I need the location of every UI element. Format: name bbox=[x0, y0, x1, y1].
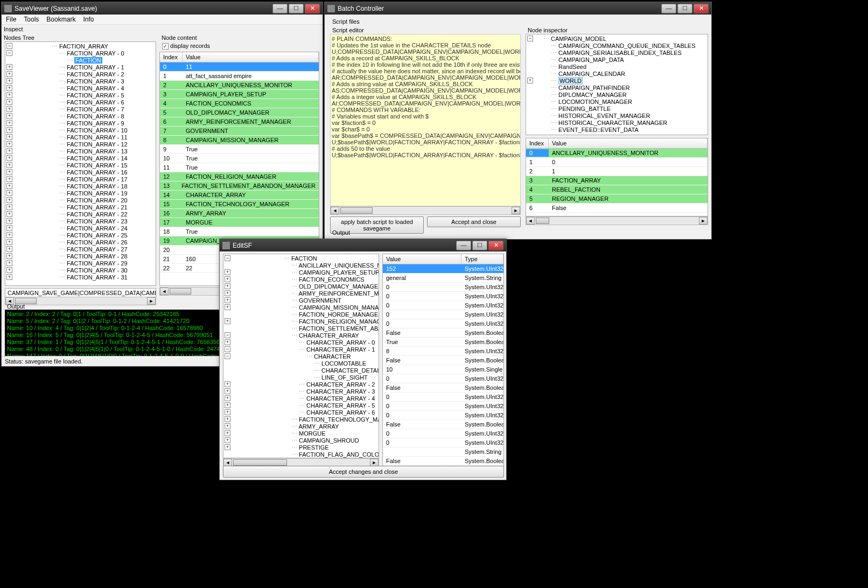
table-row[interactable]: 6False bbox=[526, 204, 708, 213]
script-editor[interactable]: # PLAIN COMMANDS:# Updates the 1st value… bbox=[330, 34, 521, 206]
scroll-thumb[interactable] bbox=[536, 218, 549, 224]
expander-icon[interactable]: + bbox=[6, 225, 12, 231]
checkbox-icon[interactable]: ✓ bbox=[162, 43, 169, 50]
scroll-right-icon[interactable]: ► bbox=[370, 459, 379, 466]
tree-item[interactable]: +⋯ ARMY_ARRAY bbox=[225, 423, 377, 430]
close-button[interactable]: ✕ bbox=[305, 4, 320, 13]
expander-icon[interactable]: + bbox=[6, 232, 12, 238]
expander-icon[interactable]: + bbox=[6, 141, 12, 147]
tree-item[interactable]: ⋯ CAMPAIGN_PATHFINDER bbox=[527, 85, 706, 92]
th-value[interactable]: Value bbox=[549, 138, 708, 148]
expander-icon[interactable]: + bbox=[225, 423, 230, 429]
table-row[interactable]: FalseSystem.Boolean bbox=[383, 383, 503, 393]
table-row[interactable]: 5OLD_DIPLOMACY_MANAGER bbox=[160, 108, 319, 117]
table-row[interactable]: FalseSystem.Boolean bbox=[383, 457, 503, 466]
minimize-button[interactable]: — bbox=[661, 4, 676, 13]
tree-item[interactable]: +⋯ FACTION_ARRAY - 4 bbox=[6, 85, 155, 92]
tree-item-selected[interactable]: ⋯ FACTION bbox=[6, 57, 155, 64]
tree-item[interactable]: −⋯ CHARACTER_ARRAY - 1 bbox=[225, 346, 377, 353]
expander-icon[interactable]: + bbox=[6, 183, 12, 189]
maximize-button[interactable]: ☐ bbox=[677, 4, 692, 13]
table-row[interactable]: 0System.UInt32 bbox=[383, 402, 503, 411]
tree-item[interactable]: +⋯ FACTION_ARRAY - 26 bbox=[6, 239, 155, 246]
expander-icon[interactable]: − bbox=[225, 346, 230, 352]
minimize-button[interactable]: — bbox=[272, 4, 288, 13]
expander-icon[interactable]: + bbox=[225, 339, 230, 345]
scroll-left-icon[interactable]: ◄ bbox=[160, 288, 169, 295]
tree-item[interactable]: +⋯ FACTION_ARRAY - 22 bbox=[6, 211, 155, 218]
tree-item[interactable]: +⋯ FACTION_ARRAY - 19 bbox=[6, 190, 155, 197]
editsf-tree[interactable]: −⋯ FACTION⋯ ANCILLARY_UNIQUENESS_MOI+⋯ C… bbox=[223, 254, 379, 458]
expander-icon[interactable]: + bbox=[225, 430, 230, 436]
maximize-button[interactable]: ☐ bbox=[289, 4, 304, 13]
tree-item[interactable]: +⋯ MORGUE bbox=[225, 430, 377, 437]
table-row[interactable]: 0System.UInt32 bbox=[383, 411, 503, 420]
scroll-thumb[interactable] bbox=[340, 207, 373, 214]
expander-icon[interactable]: − bbox=[225, 255, 230, 261]
expander-icon[interactable]: − bbox=[527, 36, 533, 41]
tree-item[interactable]: +⋯ FACTION_ARRAY - 6 bbox=[6, 99, 155, 106]
expander-icon[interactable]: + bbox=[225, 381, 230, 387]
expander-icon[interactable]: + bbox=[6, 253, 12, 259]
expander-icon[interactable]: + bbox=[225, 409, 230, 415]
tree-item[interactable]: +⋯ CHARACTER_ARRAY - 2 bbox=[225, 381, 377, 388]
tree-item[interactable]: +⋯ FACTION_ARRAY - 8 bbox=[6, 113, 155, 120]
menu-file[interactable]: File bbox=[6, 16, 16, 23]
table-row[interactable]: 21 bbox=[526, 167, 708, 176]
table-row[interactable]: 011 bbox=[160, 62, 319, 72]
expander-icon[interactable]: + bbox=[6, 169, 12, 175]
tree-item[interactable]: +⋯ FACTION_ARRAY - 29 bbox=[6, 260, 155, 267]
tree-item[interactable]: +⋯ FACTION_ARRAY - 21 bbox=[6, 204, 155, 211]
expander-icon[interactable]: + bbox=[225, 269, 230, 275]
node-inspector-table[interactable]: Index Value 0ANCILLARY_UNIQUENESS_MONITO… bbox=[526, 138, 708, 216]
tree-item[interactable]: ⋯ CAMPAIGN_MAP_DATA bbox=[527, 57, 706, 64]
tree-item[interactable]: +⋯ FACTION_ARRAY - 13 bbox=[6, 148, 155, 155]
nodes-tree[interactable]: −⋯ FACTION_ARRAY−⋯ FACTION_ARRAY - 0⋯ FA… bbox=[5, 41, 156, 286]
tree-item[interactable]: +⋯ OLD_DIPLOMACY_MANAGER bbox=[225, 283, 377, 290]
scroll-left-icon[interactable]: ◄ bbox=[331, 207, 339, 214]
expander-icon[interactable]: + bbox=[225, 395, 230, 401]
tree-item[interactable]: ⋯ FACTION_FLAG_AND_COLOUR bbox=[225, 451, 377, 458]
tree-item[interactable]: ⋯ PENDING_BATTLE bbox=[527, 106, 706, 113]
expander-icon[interactable]: + bbox=[225, 444, 230, 450]
expander-icon[interactable]: + bbox=[225, 402, 230, 408]
tree-item[interactable]: +⋯ FACTION_ARRAY - 12 bbox=[6, 141, 155, 148]
table-row[interactable]: FalseSystem.Boolean bbox=[383, 356, 503, 365]
tree-item[interactable]: +⋯ FACTION_ARRAY - 2 bbox=[6, 71, 155, 78]
table-row[interactable]: 5REGION_MANAGER bbox=[526, 194, 708, 204]
table-row[interactable]: 0System.UInt32 bbox=[383, 283, 503, 292]
tree-item[interactable]: +⋯ CHARACTER_ARRAY - 6 bbox=[225, 409, 377, 416]
table-row[interactable]: 6ARMY_REINFORCEMENT_MANAGER bbox=[160, 117, 319, 127]
expander-icon[interactable]: + bbox=[6, 127, 12, 133]
expander-icon[interactable]: + bbox=[6, 120, 12, 126]
tree-item[interactable]: +⋯ FACTION_TECHNOLOGY_MANA bbox=[225, 416, 377, 423]
expander-icon[interactable]: + bbox=[6, 78, 12, 84]
expander-icon[interactable]: + bbox=[6, 274, 12, 280]
menu-info[interactable]: Info bbox=[83, 16, 94, 23]
expander-icon[interactable]: + bbox=[225, 416, 230, 422]
tree-item[interactable]: −⋯ CHARACTER_ARRAY bbox=[225, 332, 377, 339]
expander-icon[interactable]: + bbox=[6, 176, 12, 182]
table-row[interactable]: 8CAMPAIGN_MISSION_MANAGER bbox=[160, 136, 319, 145]
table-row[interactable]: 3CAMPAIGN_PLAYER_SETUP bbox=[160, 90, 319, 99]
batch-titlebar[interactable]: Batch Controller — ☐ ✕ bbox=[325, 2, 711, 15]
tree-item[interactable]: +⋯ CHARACTER_ARRAY - 5 bbox=[225, 402, 377, 409]
tree-item[interactable]: ⋯ DIPLOMACY_MANAGER bbox=[527, 92, 706, 99]
table-row[interactable]: FalseSystem.Boolean bbox=[383, 420, 503, 429]
tree-item[interactable]: ⋯ LOCOMOTION_MANAGER bbox=[527, 99, 706, 106]
tree-item[interactable]: +⋯ FACTION_ARRAY - 1 bbox=[6, 64, 155, 71]
table-row[interactable]: 9True bbox=[160, 145, 319, 154]
close-button[interactable]: ✕ bbox=[694, 4, 709, 13]
scroll-right-icon[interactable]: ► bbox=[512, 207, 520, 214]
tree-item[interactable]: −⋯ FACTION_ARRAY bbox=[6, 43, 155, 50]
tree-item[interactable]: ⋯ RandSeed bbox=[527, 64, 706, 71]
expander-icon[interactable]: + bbox=[6, 106, 12, 112]
table-row[interactable]: 3FACTION_ARRAY bbox=[526, 176, 708, 185]
expander-icon[interactable]: + bbox=[6, 246, 12, 252]
tree-item[interactable]: ⋯ LINE_OF_SIGHT bbox=[225, 374, 377, 381]
tree-item[interactable]: +⋯ FACTION_ARRAY - 31 bbox=[6, 274, 155, 281]
tree-item[interactable]: ⋯ CHARACTER_DETAI bbox=[225, 367, 377, 374]
table-row[interactable]: 17MORGUE bbox=[160, 218, 319, 227]
menu-tools[interactable]: Tools bbox=[24, 16, 39, 23]
table-row[interactable]: System.String bbox=[383, 447, 503, 457]
